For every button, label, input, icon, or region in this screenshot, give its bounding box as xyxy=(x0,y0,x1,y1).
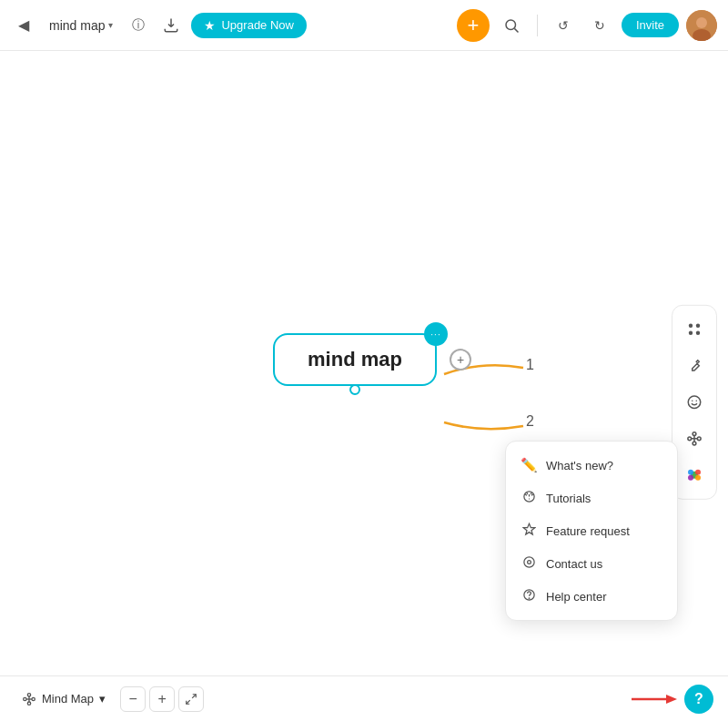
svg-point-10 xyxy=(692,401,693,402)
node-circle-bottom xyxy=(349,384,360,395)
svg-point-6 xyxy=(696,324,700,328)
svg-point-7 xyxy=(689,331,693,335)
doc-title-button[interactable]: mind map ▾ xyxy=(44,15,118,36)
emoji-toolbar-button[interactable] xyxy=(678,386,711,419)
map-type-button[interactable]: Mind Map ▾ xyxy=(15,688,113,710)
header-left: ◀ mind map ▾ ⓘ ★ Upgrade Now xyxy=(11,13,307,38)
redo-button[interactable]: ↻ xyxy=(585,11,614,40)
info-button[interactable]: ⓘ xyxy=(126,13,151,38)
map-chevron-icon: ▾ xyxy=(99,692,106,706)
svg-line-41 xyxy=(192,694,196,697)
doc-title-label: mind map xyxy=(49,18,105,33)
svg-point-8 xyxy=(696,331,700,335)
svg-point-37 xyxy=(27,693,30,696)
color-toolbar-button[interactable] xyxy=(678,459,711,492)
svg-point-36 xyxy=(32,697,35,700)
svg-line-1 xyxy=(514,28,518,32)
map-type-label: Mind Map xyxy=(42,692,94,706)
help-arrow xyxy=(632,690,677,708)
node-box[interactable]: ··· mind map + xyxy=(273,333,437,386)
download-button[interactable] xyxy=(158,13,184,38)
svg-point-3 xyxy=(696,17,707,28)
whats-new-label: What's new? xyxy=(546,459,613,472)
contact-us-icon xyxy=(521,555,537,572)
bottom-right: ? xyxy=(632,685,713,714)
star-icon: ★ xyxy=(204,18,216,33)
apps-toolbar-button[interactable] xyxy=(678,313,711,346)
pen-toolbar-button[interactable] xyxy=(678,350,711,382)
add-button[interactable]: + xyxy=(457,9,490,42)
svg-point-11 xyxy=(696,401,698,402)
svg-point-19 xyxy=(695,470,701,475)
svg-point-20 xyxy=(688,470,693,475)
svg-point-0 xyxy=(506,20,516,30)
svg-marker-44 xyxy=(666,695,677,704)
svg-point-25 xyxy=(529,499,530,500)
bottom-left: Mind Map ▾ − + xyxy=(15,686,204,712)
zoom-in-button[interactable]: + xyxy=(149,686,175,712)
avatar[interactable] xyxy=(686,10,717,41)
canvas: 1 2 ··· mind map + xyxy=(0,51,728,675)
help-button[interactable]: ? xyxy=(684,685,713,714)
branch-label-1: 1 xyxy=(526,357,534,373)
svg-line-28 xyxy=(525,494,527,495)
graph-toolbar-button[interactable] xyxy=(678,422,711,455)
svg-point-38 xyxy=(27,702,30,705)
dots-icon: ··· xyxy=(430,330,440,340)
svg-point-5 xyxy=(689,324,693,328)
tutorials-label: Tutorials xyxy=(546,492,591,505)
branch-label-2: 2 xyxy=(526,413,534,430)
right-toolbar xyxy=(672,305,717,500)
node-label: mind map xyxy=(308,348,402,371)
svg-point-12 xyxy=(688,437,692,441)
bottom-bar: Mind Map ▾ − + ? xyxy=(0,675,728,721)
svg-point-21 xyxy=(695,475,701,481)
feature-request-label: Feature request xyxy=(546,524,630,538)
help-center-icon xyxy=(521,588,537,604)
whats-new-icon: ✏️ xyxy=(521,457,537,473)
svg-point-9 xyxy=(688,396,701,409)
node-plus-button[interactable]: + xyxy=(450,349,471,371)
svg-point-13 xyxy=(697,437,701,441)
upgrade-button[interactable]: ★ Upgrade Now xyxy=(191,13,307,38)
svg-line-29 xyxy=(531,494,533,495)
help-center-label: Help center xyxy=(546,590,606,604)
svg-line-27 xyxy=(531,493,531,494)
svg-point-31 xyxy=(523,557,533,567)
mind-map-node: ··· mind map + xyxy=(273,333,437,386)
zoom-out-button[interactable]: − xyxy=(120,686,146,712)
header: ◀ mind map ▾ ⓘ ★ Upgrade Now + ↺ ↻ Invit… xyxy=(0,0,728,51)
header-right: + ↺ ↻ Invite xyxy=(457,9,717,42)
invite-button[interactable]: Invite xyxy=(622,13,679,37)
popup-feature-request[interactable]: Feature request xyxy=(506,514,677,547)
svg-point-32 xyxy=(527,561,531,564)
popup-menu: ✏️ What's new? Tutorials Feature xyxy=(505,441,678,621)
contact-us-label: Contact us xyxy=(546,557,602,571)
popup-contact-us[interactable]: Contact us xyxy=(506,547,677,580)
svg-line-42 xyxy=(187,700,190,704)
svg-point-22 xyxy=(688,475,693,481)
popup-tutorials[interactable]: Tutorials xyxy=(506,482,677,514)
svg-point-34 xyxy=(529,598,530,599)
upgrade-label: Upgrade Now xyxy=(221,18,294,32)
chevron-down-icon: ▾ xyxy=(108,20,113,30)
tutorials-icon xyxy=(521,490,537,506)
search-button[interactable] xyxy=(497,11,526,40)
node-dots-button[interactable]: ··· xyxy=(424,322,448,346)
back-button[interactable]: ◀ xyxy=(11,13,36,38)
undo-button[interactable]: ↺ xyxy=(549,11,578,40)
svg-point-35 xyxy=(24,697,26,700)
svg-point-14 xyxy=(693,432,696,436)
svg-line-26 xyxy=(527,493,528,494)
svg-marker-30 xyxy=(523,523,535,534)
feature-request-icon xyxy=(521,523,537,539)
zoom-controls: − + xyxy=(120,686,204,712)
header-divider xyxy=(537,15,538,36)
svg-point-15 xyxy=(693,442,696,445)
popup-whats-new[interactable]: ✏️ What's new? xyxy=(506,449,677,482)
popup-help-center[interactable]: Help center xyxy=(506,580,677,613)
fit-button[interactable] xyxy=(178,686,204,712)
